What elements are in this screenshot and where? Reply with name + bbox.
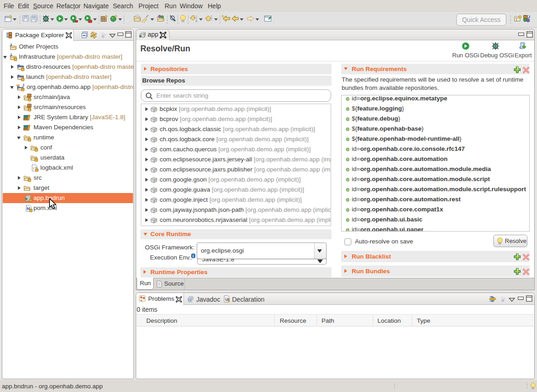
svg-text:J: J <box>22 83 24 88</box>
svg-text:J: J <box>10 43 12 47</box>
svg-text:J: J <box>10 53 12 57</box>
svg-text:J: J <box>528 15 530 19</box>
